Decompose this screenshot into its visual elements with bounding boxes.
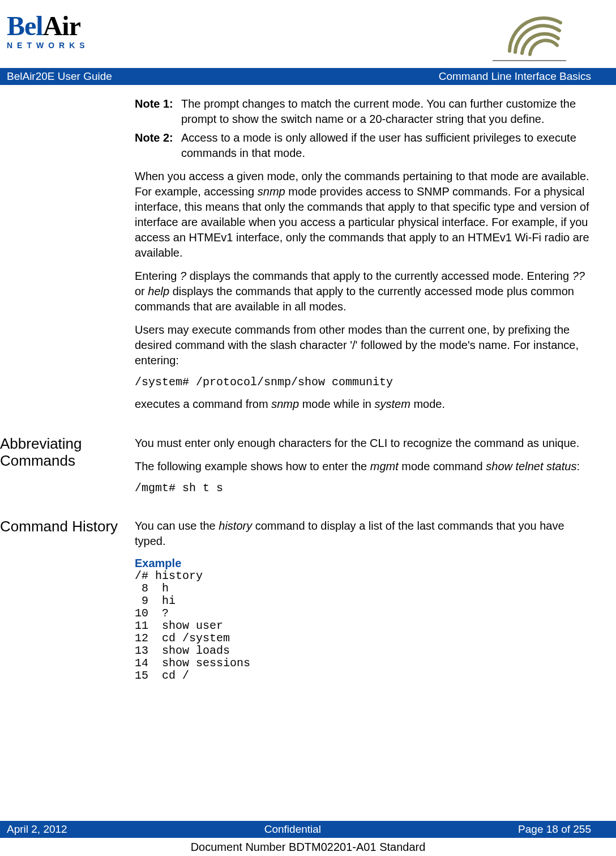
code-abbrev: /mgmt# sh t s [135,482,591,495]
note-2-label: Note 2: [135,130,181,161]
heading-abbreviating: Abbreviating Commands [0,436,135,470]
title-banner: BelAir20E User Guide Command Line Interf… [0,68,616,85]
note-1: Note 1: The prompt changes to match the … [135,96,591,127]
note-1-label: Note 1: [135,96,181,127]
note-2-body: Access to a mode is only allowed if the … [181,130,591,161]
abbrev-p1: You must enter only enough characters fo… [135,436,591,451]
footer-page: Page 18 of 255 [518,823,591,836]
abbrev-p2: The following example shows how to enter… [135,459,591,474]
doc-number: Document Number BDTM02201-A01 Standard [0,841,616,854]
footer-date: April 2, 2012 [7,823,67,836]
section-title: Command Line Interface Basics [439,70,591,83]
note-1-body: The prompt changes to match the current … [181,96,591,127]
wave-icon [493,11,566,61]
section-history: Command History You can use the history … [0,518,591,690]
code-cross-mode: /system# /protocol/snmp/show community [135,376,591,389]
logo-text-networks: NETWORKS [7,41,89,50]
footer-banner: April 2, 2012 Confidential Page 18 of 25… [0,821,616,838]
logo-text-bel: Bel [7,11,43,41]
footer-confidential: Confidential [264,823,321,836]
note-2: Note 2: Access to a mode is only allowed… [135,130,591,161]
doc-title: BelAir20E User Guide [7,70,112,83]
heading-history: Command History [0,518,135,535]
page-header: BelAir NETWORKS [0,11,591,68]
paragraph-mode-access: When you access a given mode, only the c… [135,169,591,261]
code-history: /# history 8 h 9 hi 10 ? 11 show user 12… [135,570,591,682]
history-p1: You can use the history command to displ… [135,518,591,549]
paragraph-prefix: Users may execute commands from other mo… [135,322,591,368]
section-abbreviating: Abbreviating Commands You must enter onl… [0,436,591,502]
logo-text-air: Air [43,11,80,41]
paragraph-help: Entering ? displays the commands that ap… [135,269,591,314]
paragraph-exec-result: executes a command from snmp mode while … [135,397,591,412]
example-label: Example [135,557,591,570]
logo-belair: BelAir NETWORKS [7,11,89,50]
